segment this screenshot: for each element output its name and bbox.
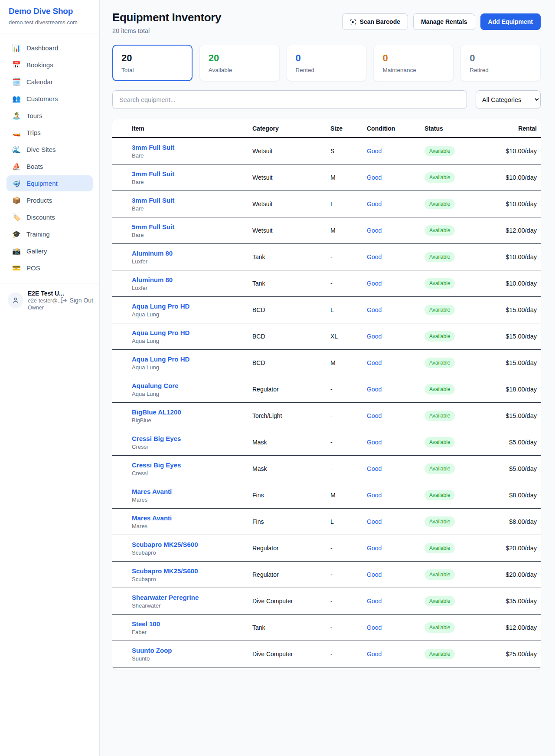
- item-cell: Aqua Lung Pro HD Aqua Lung: [132, 355, 252, 371]
- item-name-link[interactable]: BigBlue AL1200: [132, 408, 181, 416]
- sidebar-nav-item[interactable]: 📅 Bookings: [7, 57, 93, 73]
- sidebar-nav-item[interactable]: ⛵ Boats: [7, 158, 93, 174]
- condition-link[interactable]: Good: [367, 386, 382, 393]
- sidebar-nav-item[interactable]: 🌊 Dive Sites: [7, 141, 93, 158]
- sign-out-button[interactable]: Sign Out: [60, 297, 93, 304]
- sidebar-nav-item[interactable]: 👥 Customers: [7, 91, 93, 107]
- stat-card[interactable]: 20 Available: [199, 45, 280, 81]
- user-name: E2E Test U...: [28, 290, 56, 297]
- sidebar-nav-item[interactable]: 🏷️ Discounts: [7, 209, 93, 225]
- nav-item-label: Dashboard: [26, 44, 58, 52]
- item-cell: Aqualung Core Aqua Lung: [132, 382, 252, 397]
- size-cell: -: [330, 412, 367, 419]
- stat-label: Rented: [296, 67, 358, 73]
- condition-link[interactable]: Good: [367, 333, 382, 340]
- condition-link[interactable]: Good: [367, 465, 382, 472]
- condition-link[interactable]: Good: [367, 545, 382, 552]
- status-badge: Available: [424, 225, 455, 236]
- status-badge: Available: [424, 358, 455, 368]
- category-cell: BCD: [252, 359, 330, 366]
- status-badge: Available: [424, 199, 455, 209]
- sidebar-nav-item[interactable]: 🗓️ Calendar: [7, 74, 93, 90]
- shop-name: Demo Dive Shop: [9, 7, 91, 16]
- item-brand: Bare: [132, 152, 252, 159]
- item-name-link[interactable]: Steel 100: [132, 620, 160, 628]
- condition-link[interactable]: Good: [367, 412, 382, 419]
- stat-card[interactable]: 0 Rented: [287, 45, 367, 81]
- condition-link[interactable]: Good: [367, 280, 382, 287]
- condition-link[interactable]: Good: [367, 571, 382, 578]
- category-cell: Dive Computer: [252, 651, 330, 657]
- user-meta: E2E Test U... e2e-tester@... Owner: [28, 290, 56, 311]
- item-name-link[interactable]: Scubapro MK25/S600: [132, 567, 198, 575]
- table-row: Aqua Lung Pro HD Aqua Lung BCD M Good Av…: [112, 350, 541, 376]
- scan-barcode-button[interactable]: Scan Barcode: [342, 13, 408, 30]
- stat-label: Retired: [470, 67, 532, 73]
- item-name-link[interactable]: Scubapro MK25/S600: [132, 541, 198, 548]
- nav-item-label: Boats: [26, 163, 43, 170]
- item-brand: Cressi: [132, 470, 252, 477]
- stat-card[interactable]: 20 Total: [112, 45, 193, 81]
- condition-link[interactable]: Good: [367, 201, 382, 207]
- item-cell: Cressi Big Eyes Cressi: [132, 461, 252, 477]
- condition-link[interactable]: Good: [367, 148, 382, 154]
- item-name-link[interactable]: Mares Avanti: [132, 488, 172, 495]
- stat-card[interactable]: 0 Retired: [460, 45, 541, 81]
- condition-link[interactable]: Good: [367, 359, 382, 366]
- item-name-link[interactable]: Suunto Zoop: [132, 647, 172, 654]
- item-name-link[interactable]: Mares Avanti: [132, 514, 172, 522]
- sidebar-nav-item[interactable]: 🚤 Trips: [7, 125, 93, 141]
- item-name-link[interactable]: Aqua Lung Pro HD: [132, 329, 189, 336]
- condition-link[interactable]: Good: [367, 651, 382, 657]
- size-cell: -: [330, 386, 367, 393]
- condition-link[interactable]: Good: [367, 624, 382, 631]
- item-name-link[interactable]: Aqua Lung Pro HD: [132, 355, 189, 363]
- nav-item-icon: 💳: [12, 264, 21, 272]
- nav-item-label: Dive Sites: [26, 146, 56, 153]
- page-title-block: Equipment Inventory 20 items total: [112, 11, 221, 34]
- condition-link[interactable]: Good: [367, 227, 382, 234]
- category-cell: Dive Computer: [252, 598, 330, 605]
- stat-card[interactable]: 0 Maintenance: [373, 45, 454, 81]
- condition-link[interactable]: Good: [367, 253, 382, 260]
- sidebar-nav-item[interactable]: 🤿 Equipment: [7, 175, 93, 191]
- item-name-link[interactable]: 3mm Full Suit: [132, 144, 174, 151]
- item-brand: Bare: [132, 232, 252, 238]
- nav-item-label: Calendar: [26, 78, 53, 85]
- condition-link[interactable]: Good: [367, 174, 382, 181]
- sidebar-nav-item[interactable]: 📊 Dashboard: [7, 40, 93, 56]
- status-badge: Available: [424, 437, 455, 447]
- rental-price: $12.00/day: [499, 624, 537, 631]
- item-name-link[interactable]: 3mm Full Suit: [132, 170, 174, 177]
- search-input[interactable]: [112, 90, 467, 109]
- condition-link[interactable]: Good: [367, 492, 382, 499]
- item-name-link[interactable]: Shearwater Peregrine: [132, 594, 199, 601]
- status-cell: Available: [424, 490, 499, 500]
- item-name-link[interactable]: 5mm Full Suit: [132, 223, 174, 230]
- status-badge: Available: [424, 146, 455, 156]
- page-title: Equipment Inventory: [112, 11, 221, 24]
- condition-link[interactable]: Good: [367, 518, 382, 525]
- sidebar-nav-item[interactable]: 💳 POS: [7, 260, 93, 276]
- category-select[interactable]: All Categories: [476, 90, 541, 109]
- item-name-link[interactable]: 3mm Full Suit: [132, 197, 174, 204]
- stat-value: 0: [470, 53, 532, 64]
- sidebar-nav-item[interactable]: 📸 Gallery: [7, 243, 93, 259]
- item-name-link[interactable]: Aluminum 80: [132, 276, 173, 283]
- sidebar-nav-item[interactable]: 🎓 Training: [7, 226, 93, 242]
- condition-link[interactable]: Good: [367, 439, 382, 446]
- item-name-link[interactable]: Aqualung Core: [132, 382, 179, 389]
- condition-link[interactable]: Good: [367, 598, 382, 605]
- sidebar-nav-item[interactable]: 📦 Products: [7, 192, 93, 208]
- category-cell: BCD: [252, 333, 330, 340]
- condition-link[interactable]: Good: [367, 306, 382, 313]
- status-badge: Available: [424, 331, 455, 342]
- sidebar-nav-item[interactable]: 🏝️ Tours: [7, 108, 93, 124]
- item-name-link[interactable]: Aluminum 80: [132, 250, 173, 257]
- item-brand: Mares: [132, 496, 252, 503]
- manage-rentals-button[interactable]: Manage Rentals: [413, 13, 475, 30]
- item-name-link[interactable]: Cressi Big Eyes: [132, 461, 181, 469]
- item-name-link[interactable]: Aqua Lung Pro HD: [132, 302, 189, 310]
- add-equipment-button[interactable]: Add Equipment: [480, 13, 541, 30]
- item-name-link[interactable]: Cressi Big Eyes: [132, 435, 181, 442]
